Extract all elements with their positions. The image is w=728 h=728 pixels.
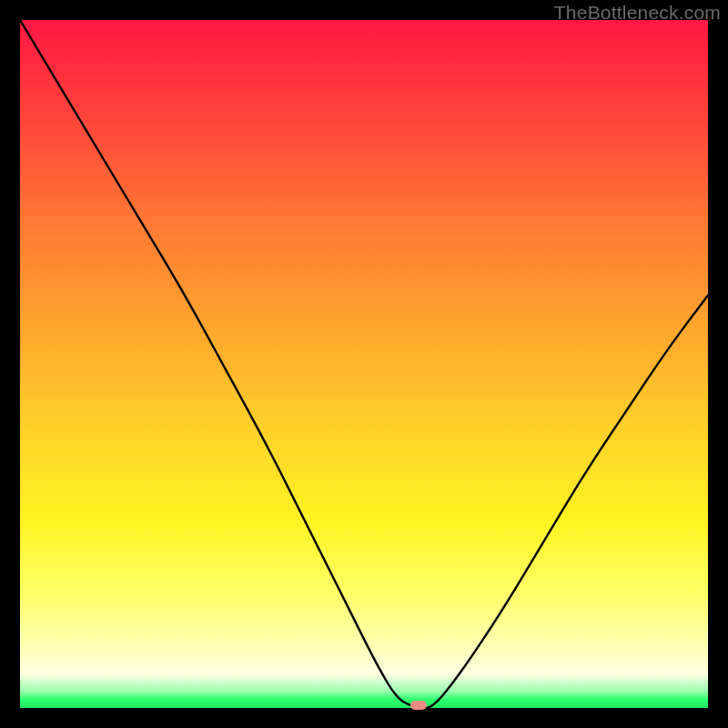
plot-area (20, 20, 708, 708)
chart-frame: TheBottleneck.com (0, 0, 728, 728)
bottleneck-curve (20, 20, 708, 708)
bottleneck-marker (410, 701, 427, 710)
